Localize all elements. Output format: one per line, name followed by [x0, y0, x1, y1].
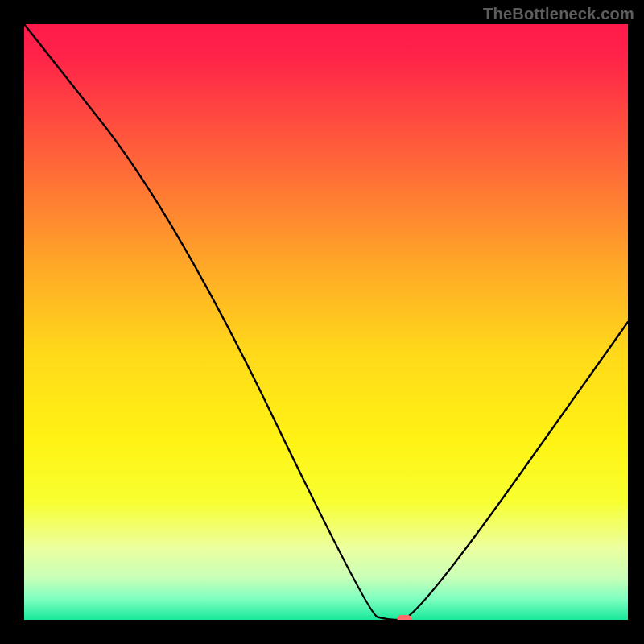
- chart-frame: TheBottleneck.com: [0, 0, 644, 644]
- gradient-background: [24, 24, 628, 620]
- watermark-text: TheBottleneck.com: [483, 5, 634, 23]
- optimal-marker: [398, 615, 412, 620]
- chart-plot: [24, 24, 628, 620]
